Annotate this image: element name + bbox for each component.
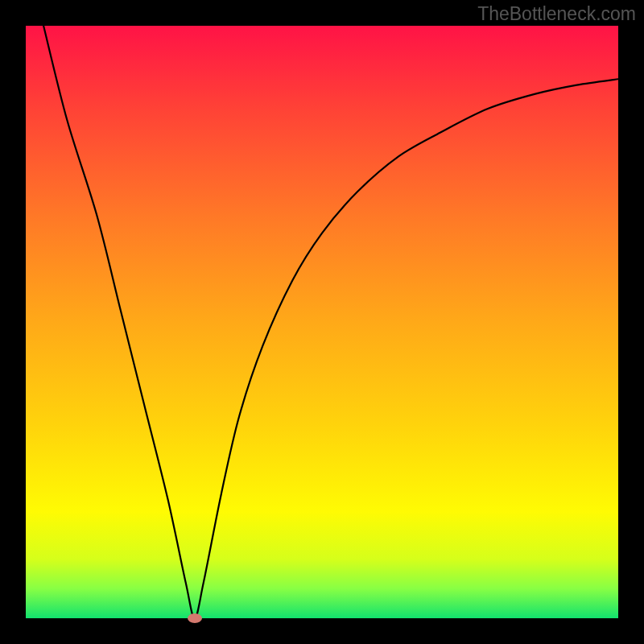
watermark-label: TheBottleneck.com — [477, 3, 636, 25]
chart-frame: TheBottleneck.com — [0, 0, 644, 644]
bottleneck-curve — [26, 26, 618, 618]
optimal-point-marker — [188, 613, 202, 623]
plot-area — [26, 26, 618, 618]
